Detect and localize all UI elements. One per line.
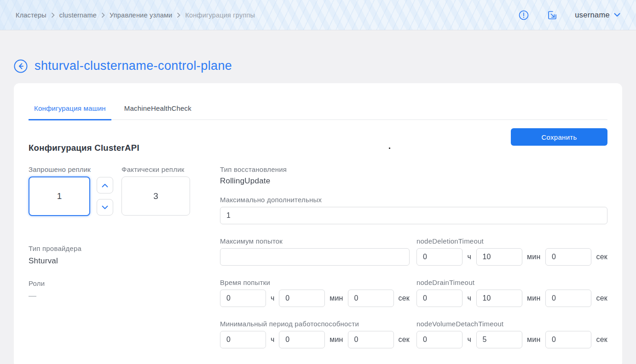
unit-hours-label: ч: [271, 336, 275, 344]
replicas-stepper: [97, 165, 113, 216]
max-attempts-label: Максимум попыток: [220, 237, 410, 245]
provider-type-value: Shturval: [29, 256, 199, 266]
requested-replicas-input[interactable]: [29, 176, 90, 216]
chevron-right-icon: [177, 12, 180, 18]
node-volume-detach-timeout-label: nodeVolumeDetachTimeout: [416, 320, 607, 328]
username-label: username: [575, 11, 610, 19]
chevron-right-icon: [101, 12, 105, 18]
back-button[interactable]: [14, 59, 28, 73]
unit-minutes-label: мин: [527, 294, 540, 302]
min-ready-label: Минимальный период работоспособности: [220, 320, 410, 328]
node-drain-minutes-input[interactable]: [476, 290, 522, 307]
chevron-down-icon: [102, 205, 108, 210]
chevron-down-icon: [614, 13, 620, 17]
node-deletion-timeout-field: nodeDeletionTimeout ч мин сек: [416, 237, 607, 266]
unit-minutes-label: мин: [527, 336, 540, 344]
max-surge-input[interactable]: [220, 207, 607, 224]
tab-machines-config[interactable]: Конфигурация машин: [29, 104, 111, 120]
node-drain-timeout-field: nodeDrainTimeout ч мин сек: [416, 279, 607, 307]
stepper-up-button[interactable]: [97, 177, 113, 193]
unit-minutes-label: мин: [330, 294, 343, 302]
attempt-time-field: Время попытки ч мин сек: [220, 279, 410, 307]
recovery-type-field: Тип восстановления RollingUpdate: [220, 165, 607, 186]
node-volume-detach-hours-input[interactable]: [416, 331, 463, 348]
unit-hours-label: ч: [271, 294, 275, 302]
attempt-time-seconds-input[interactable]: [348, 290, 394, 307]
unit-seconds-label: сек: [398, 336, 410, 344]
attempt-time-hours-input[interactable]: [220, 290, 266, 307]
tab-machine-health-check[interactable]: MachineHealthCheck: [119, 104, 197, 120]
stepper-down-button[interactable]: [97, 199, 113, 216]
recovery-type-label: Тип восстановления: [220, 165, 607, 173]
alert-icon[interactable]: [518, 9, 530, 21]
min-ready-field: Минимальный период работоспособности ч м…: [220, 320, 410, 348]
max-surge-field: Максимально дополнительных: [220, 196, 607, 224]
actual-replicas-value: 3: [121, 176, 190, 216]
breadcrumb-item-node-management[interactable]: Управление узлами: [110, 11, 172, 19]
unit-hours-label: ч: [468, 336, 472, 344]
chevron-right-icon: [51, 12, 55, 18]
min-ready-hours-input[interactable]: [220, 331, 266, 348]
unit-minutes-label: мин: [330, 336, 343, 344]
unit-seconds-label: сек: [596, 336, 608, 344]
config-card: Конфигурация машин MachineHealthCheck Со…: [14, 83, 622, 364]
breadcrumb: Кластеры clustername Управление узлами К…: [16, 11, 255, 19]
max-attempts-field: Максимум попыток: [220, 237, 410, 266]
requested-replicas-field: Запрошено реплик: [29, 165, 91, 216]
node-deletion-hours-input[interactable]: [416, 248, 463, 266]
node-deletion-timeout-label: nodeDeletionTimeout: [416, 237, 607, 245]
min-ready-minutes-input[interactable]: [279, 331, 325, 348]
unit-seconds-label: сек: [398, 294, 410, 302]
roles-label: Роли: [29, 279, 199, 287]
unit-hours-label: ч: [468, 294, 472, 302]
node-deletion-seconds-input[interactable]: [545, 248, 591, 266]
chevron-up-icon: [102, 183, 108, 188]
node-drain-timeout-label: nodeDrainTimeout: [416, 279, 607, 286]
save-button[interactable]: Сохранить: [511, 128, 607, 146]
max-attempts-input[interactable]: [220, 248, 410, 266]
attempt-time-minutes-input[interactable]: [279, 290, 325, 307]
recovery-type-value: RollingUpdate: [220, 176, 607, 186]
breadcrumb-item-group-config: Конфигурация группы: [185, 11, 255, 19]
unit-minutes-label: мин: [527, 253, 540, 261]
node-deletion-minutes-input[interactable]: [476, 248, 522, 266]
export-icon[interactable]: [546, 9, 558, 21]
actual-replicas-label: Фактически реплик: [121, 165, 190, 173]
breadcrumb-item-clusters[interactable]: Кластеры: [16, 11, 46, 19]
unit-seconds-label: сек: [596, 294, 608, 302]
node-volume-detach-seconds-input[interactable]: [545, 331, 591, 348]
max-surge-label: Максимально дополнительных: [220, 196, 607, 204]
unit-seconds-label: сек: [596, 253, 608, 261]
provider-type-field: Тип провайдера Shturval: [29, 245, 199, 266]
roles-field: Роли —: [29, 279, 199, 301]
provider-type-label: Тип провайдера: [29, 245, 199, 252]
min-ready-seconds-input[interactable]: [348, 331, 394, 348]
roles-value: —: [29, 291, 199, 301]
topbar: Кластеры clustername Управление узлами К…: [0, 0, 636, 30]
requested-replicas-label: Запрошено реплик: [29, 165, 91, 173]
unit-hours-label: ч: [468, 253, 472, 261]
breadcrumb-item-clustername[interactable]: clustername: [59, 11, 97, 19]
actual-replicas-field: Фактически реплик 3: [121, 165, 190, 216]
page-title: shturval-clustername-control-plane: [35, 59, 232, 73]
node-volume-detach-timeout-field: nodeVolumeDetachTimeout ч мин сек: [416, 320, 607, 348]
page-body: shturval-clustername-control-plane Конфи…: [0, 59, 636, 364]
tab-bar: Конфигурация машин MachineHealthCheck: [29, 83, 607, 120]
username-menu[interactable]: username: [575, 11, 620, 19]
node-drain-hours-input[interactable]: [416, 290, 463, 307]
arrow-left-icon: [14, 59, 28, 73]
attempt-time-label: Время попытки: [220, 279, 410, 286]
node-volume-detach-minutes-input[interactable]: [476, 331, 522, 348]
artifact-dot: [389, 148, 390, 149]
node-drain-seconds-input[interactable]: [545, 290, 591, 307]
